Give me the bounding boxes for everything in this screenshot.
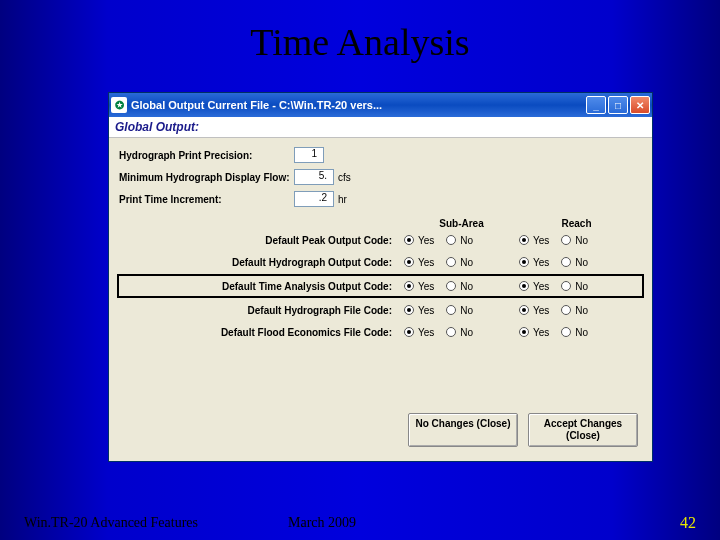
radio-no[interactable] xyxy=(561,257,571,267)
radio-no-label: No xyxy=(460,257,473,268)
sub-area-radio-group: YesNo xyxy=(404,235,519,246)
option-label: Default Time Analysis Output Code: xyxy=(119,281,404,292)
radio-no-label: No xyxy=(460,327,473,338)
radio-no[interactable] xyxy=(561,281,571,291)
maximize-button[interactable]: □ xyxy=(608,96,628,114)
reach-radio-group: YesNo xyxy=(519,305,634,316)
option-row: Default Hydrograph File Code:YesNoYesNo xyxy=(119,299,642,321)
slide-title: Time Analysis xyxy=(0,0,720,64)
radio-no-label: No xyxy=(575,235,588,246)
precision-input[interactable]: 1 xyxy=(294,147,324,163)
accept-changes-button[interactable]: Accept Changes (Close) xyxy=(528,413,638,447)
reach-radio-group: YesNo xyxy=(519,257,634,268)
option-label: Default Peak Output Code: xyxy=(119,235,404,246)
increment-label: Print Time Increment: xyxy=(119,194,294,205)
minimize-button[interactable]: _ xyxy=(586,96,606,114)
radio-yes-label: Yes xyxy=(418,327,434,338)
increment-input[interactable]: .2 xyxy=(294,191,334,207)
radio-no[interactable] xyxy=(446,327,456,337)
slide-footer: Win.TR-20 Advanced Features March 2009 4… xyxy=(0,514,720,532)
column-headers: Sub-Area Reach xyxy=(119,218,642,229)
radio-no[interactable] xyxy=(561,305,571,315)
option-row: Default Flood Economics File Code:YesNoY… xyxy=(119,321,642,343)
precision-label: Hydrograph Print Precision: xyxy=(119,150,294,161)
radio-yes-label: Yes xyxy=(533,305,549,316)
option-row: Default Hydrograph Output Code:YesNoYesN… xyxy=(119,251,642,273)
footer-left: Win.TR-20 Advanced Features xyxy=(24,515,198,531)
global-output-window: ✪ Global Output Current File - C:\Win.TR… xyxy=(108,92,653,462)
option-label: Default Hydrograph Output Code: xyxy=(119,257,404,268)
window-title: Global Output Current File - C:\Win.TR-2… xyxy=(131,99,382,111)
radio-no[interactable] xyxy=(446,281,456,291)
radio-no-label: No xyxy=(575,327,588,338)
radio-yes[interactable] xyxy=(519,327,529,337)
radio-no[interactable] xyxy=(561,327,571,337)
radio-no-label: No xyxy=(460,235,473,246)
sub-area-radio-group: YesNo xyxy=(404,305,519,316)
radio-yes-label: Yes xyxy=(418,305,434,316)
radio-no[interactable] xyxy=(446,305,456,315)
reach-radio-group: YesNo xyxy=(519,327,634,338)
window-content: Hydrograph Print Precision: 1 Minimum Hy… xyxy=(109,138,652,353)
option-row: Default Peak Output Code:YesNoYesNo xyxy=(119,229,642,251)
radio-yes-label: Yes xyxy=(418,281,434,292)
titlebar[interactable]: ✪ Global Output Current File - C:\Win.TR… xyxy=(109,93,652,117)
min-flow-label: Minimum Hydrograph Display Flow: xyxy=(119,172,294,183)
increment-unit: hr xyxy=(338,194,347,205)
option-label: Default Hydrograph File Code: xyxy=(119,305,404,316)
min-flow-unit: cfs xyxy=(338,172,351,183)
radio-yes-label: Yes xyxy=(533,281,549,292)
reach-radio-group: YesNo xyxy=(519,281,634,292)
radio-yes[interactable] xyxy=(404,235,414,245)
no-changes-button[interactable]: No Changes (Close) xyxy=(408,413,518,447)
radio-no-label: No xyxy=(460,305,473,316)
sub-area-radio-group: YesNo xyxy=(404,257,519,268)
panel-subheader: Global Output: xyxy=(109,117,652,138)
radio-no-label: No xyxy=(575,281,588,292)
radio-no[interactable] xyxy=(561,235,571,245)
radio-yes[interactable] xyxy=(519,235,529,245)
sub-area-radio-group: YesNo xyxy=(404,281,519,292)
min-flow-input[interactable]: 5. xyxy=(294,169,334,185)
radio-no-label: No xyxy=(460,281,473,292)
radio-yes[interactable] xyxy=(519,305,529,315)
radio-yes[interactable] xyxy=(404,327,414,337)
radio-yes[interactable] xyxy=(519,257,529,267)
radio-no-label: No xyxy=(575,305,588,316)
footer-center: March 2009 xyxy=(288,515,356,531)
radio-yes-label: Yes xyxy=(533,327,549,338)
sub-area-header: Sub-Area xyxy=(404,218,519,229)
reach-radio-group: YesNo xyxy=(519,235,634,246)
radio-no[interactable] xyxy=(446,257,456,267)
radio-no-label: No xyxy=(575,257,588,268)
sub-area-radio-group: YesNo xyxy=(404,327,519,338)
close-button[interactable]: ✕ xyxy=(630,96,650,114)
radio-no[interactable] xyxy=(446,235,456,245)
radio-yes[interactable] xyxy=(404,257,414,267)
option-label: Default Flood Economics File Code: xyxy=(119,327,404,338)
option-row: Default Time Analysis Output Code:YesNoY… xyxy=(117,274,644,298)
radio-yes[interactable] xyxy=(404,281,414,291)
radio-yes-label: Yes xyxy=(533,235,549,246)
reach-header: Reach xyxy=(519,218,634,229)
page-number: 42 xyxy=(680,514,696,532)
radio-yes-label: Yes xyxy=(533,257,549,268)
radio-yes[interactable] xyxy=(519,281,529,291)
radio-yes-label: Yes xyxy=(418,257,434,268)
radio-yes-label: Yes xyxy=(418,235,434,246)
app-icon: ✪ xyxy=(111,97,127,113)
radio-yes[interactable] xyxy=(404,305,414,315)
